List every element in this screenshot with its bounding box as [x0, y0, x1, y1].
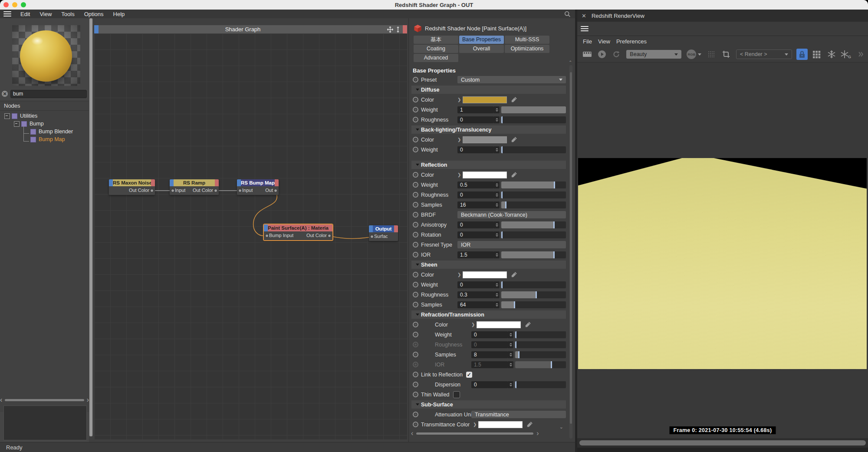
search-input[interactable] [10, 90, 87, 98]
scroll-right-arrow[interactable]: › [536, 429, 539, 437]
stepper-arrows[interactable] [494, 291, 500, 298]
stepper-arrows[interactable] [508, 381, 513, 388]
slider-track[interactable] [501, 201, 566, 208]
slider-handle[interactable] [536, 291, 537, 298]
output-port[interactable] [150, 189, 154, 192]
slider-handle[interactable] [501, 231, 503, 238]
tab-optimizations[interactable]: Optimizations [505, 45, 549, 53]
menu-edit[interactable]: Edit [16, 11, 35, 17]
value-field[interactable]: 0 [457, 231, 494, 238]
stepper-arrows[interactable] [494, 301, 500, 308]
slider-handle[interactable] [505, 201, 506, 208]
animation-dot-icon[interactable] [413, 212, 418, 218]
sidebar-item-bump-map[interactable]: Bump Map [0, 135, 89, 143]
input-port[interactable] [238, 189, 242, 192]
scroll-left-arrow[interactable]: ‹ [411, 429, 413, 437]
attributes-horizontal-scrollbar[interactable]: ‹› [411, 431, 563, 436]
slider-track[interactable] [501, 106, 566, 113]
snowflake-icon[interactable] [826, 49, 837, 60]
tab--[interactable]: 基本 [414, 36, 458, 44]
animation-dot-icon[interactable] [413, 147, 418, 152]
output-port[interactable] [214, 189, 217, 192]
slider-track[interactable] [501, 116, 566, 123]
rv-menu-view[interactable]: View [598, 38, 610, 45]
expand-chevron-icon[interactable]: ❯ [457, 137, 461, 142]
slider-handle[interactable] [553, 221, 555, 228]
slider-handle[interactable] [501, 281, 503, 288]
slider-handle[interactable] [501, 116, 503, 123]
value-field[interactable]: 1.5 [457, 251, 494, 258]
color-swatch[interactable] [477, 321, 521, 328]
eyedropper-icon[interactable] [525, 321, 531, 328]
expand-chevron-icon[interactable]: ❯ [473, 422, 477, 427]
value-field[interactable]: 8 [471, 351, 508, 358]
output-port[interactable] [328, 234, 331, 238]
slider-track[interactable] [501, 181, 566, 188]
animation-dot-icon[interactable] [413, 182, 418, 188]
section-header-refraction-transmission[interactable]: Refraction/Transmission [411, 310, 566, 319]
section-header-sub-surface[interactable]: Sub-Surface [411, 400, 566, 409]
animation-dot-icon[interactable] [413, 137, 418, 142]
hamburger-menu-icon[interactable] [3, 11, 11, 16]
animation-dot-icon[interactable] [413, 252, 418, 257]
value-field[interactable]: 0.5 [457, 181, 494, 188]
eyedropper-icon[interactable] [511, 96, 517, 103]
grid-icon[interactable] [811, 49, 822, 60]
material-preview[interactable] [12, 25, 80, 86]
animation-dot-icon[interactable] [413, 272, 418, 277]
graph-node-rs-ramp[interactable]: RS RampInputOut Color [170, 179, 219, 195]
expand-chevron-icon[interactable]: ❯ [471, 322, 475, 327]
slider-track[interactable] [515, 341, 566, 348]
sidebar-horizontal-scrollbar[interactable]: ‹› [0, 397, 89, 403]
eyedropper-icon[interactable] [526, 421, 533, 428]
dropdown-brdf[interactable]: Beckmann (Cook-Torrance) [457, 211, 566, 218]
tab-coating[interactable]: Coating [414, 45, 458, 53]
slider-track[interactable] [501, 231, 566, 238]
vertical-resize-icon[interactable] [396, 26, 400, 33]
value-field[interactable]: 0 [471, 341, 508, 348]
menu-options[interactable]: Options [79, 11, 108, 17]
slider-track[interactable] [515, 351, 566, 358]
animation-dot-icon[interactable] [413, 242, 418, 247]
slider-track[interactable] [501, 291, 566, 298]
slider-track[interactable] [501, 221, 566, 228]
animation-dot-icon[interactable] [413, 282, 418, 287]
animation-dot-icon[interactable] [413, 412, 418, 417]
value-field[interactable]: 64 [457, 301, 494, 308]
rendered-image[interactable] [578, 158, 867, 369]
channel-selector[interactable]: RGB [687, 49, 701, 59]
animation-dot-icon[interactable] [413, 107, 418, 112]
value-field[interactable]: 0 [457, 221, 494, 228]
renderview-canvas[interactable]: Frame 0: 2021-07-30 10:55:54 (4.68s) [577, 63, 868, 438]
input-port[interactable] [171, 189, 174, 192]
tab-base-properties[interactable]: Base Properties [459, 36, 504, 44]
section-header-diffuse[interactable]: Diffuse [411, 86, 566, 94]
checkbox-thin-walled[interactable] [453, 391, 460, 398]
animation-dot-icon[interactable] [413, 232, 418, 238]
value-field[interactable]: 0 [457, 191, 494, 198]
animation-dot-icon[interactable] [413, 222, 418, 228]
animation-dot-icon[interactable] [413, 342, 418, 347]
chevrons-icon[interactable] [855, 49, 866, 60]
search-icon[interactable] [564, 11, 571, 17]
graph-node-paint-surface-a-material[interactable]: Paint Surface(A) : MaterialBump InputOut… [264, 224, 332, 240]
renderview-horizontal-scrollbar[interactable] [577, 438, 868, 448]
animation-dot-icon[interactable] [413, 382, 418, 387]
animation-dot-icon[interactable] [413, 97, 418, 102]
animation-dot-icon[interactable] [413, 332, 418, 337]
expand-chevron-icon[interactable]: ❯ [457, 272, 461, 277]
section-header-sheen[interactable]: Sheen [411, 261, 566, 269]
color-swatch[interactable] [478, 421, 523, 428]
value-field[interactable]: 16 [457, 201, 494, 208]
checkbox-link-to-reflection[interactable]: ✓ [466, 372, 472, 378]
scroll-left-arrow[interactable]: ‹ [0, 396, 2, 404]
stepper-arrows[interactable] [494, 221, 500, 228]
color-swatch[interactable] [463, 271, 507, 278]
slider-track[interactable] [515, 331, 566, 338]
slider-handle[interactable] [515, 341, 516, 348]
section-header-back-lighting-translucency[interactable]: Back-lighting/Translucency [411, 125, 566, 134]
value-field[interactable]: 1.5 [471, 361, 508, 368]
menu-tools[interactable]: Tools [56, 11, 79, 17]
slider-handle[interactable] [553, 251, 555, 258]
stepper-arrows[interactable] [494, 231, 500, 238]
